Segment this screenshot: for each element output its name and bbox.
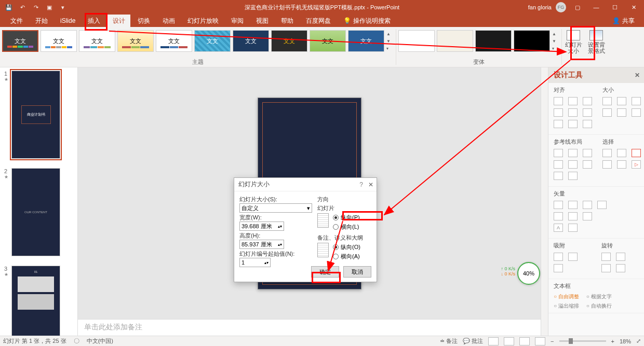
select-icon[interactable] xyxy=(617,149,626,157)
taskpane-close-icon[interactable]: ✕ xyxy=(635,72,640,79)
tab-view[interactable]: 视图 xyxy=(251,15,274,27)
tab-help[interactable]: 帮助 xyxy=(276,15,299,27)
theme-thumb[interactable]: 文文 xyxy=(2,30,38,52)
variant-gallery[interactable]: ▲▼▾ xyxy=(396,27,561,53)
qat-more-icon[interactable]: ▾ xyxy=(57,2,69,13)
variant-thumb[interactable] xyxy=(514,30,550,52)
undo-icon[interactable]: ↶ xyxy=(17,2,28,13)
width-input[interactable]: 39.688 厘米▴▾ xyxy=(239,222,284,231)
size-icon[interactable] xyxy=(632,97,641,105)
radio-notes-portrait[interactable]: 纵向(O) xyxy=(333,243,371,251)
share-button[interactable]: 👤 共享 xyxy=(612,17,644,25)
tab-animations[interactable]: 动画 xyxy=(157,15,180,27)
user-name[interactable]: fan gloria xyxy=(528,4,552,10)
select-icon[interactable] xyxy=(602,149,612,157)
select-icon[interactable] xyxy=(632,149,641,157)
zoom-out-icon[interactable]: − xyxy=(551,338,554,344)
size-icon[interactable] xyxy=(632,108,641,117)
height-input[interactable]: 85.937 厘米▴▾ xyxy=(239,240,284,249)
spellcheck-icon[interactable]: 〇 xyxy=(74,337,79,345)
radio-overflow[interactable]: ○ 溢出缩排 xyxy=(554,302,579,310)
slideshow-icon[interactable]: ▣ xyxy=(44,2,55,13)
comments-toggle[interactable]: 💬 批注 xyxy=(463,337,483,345)
radio-portrait[interactable]: 纵向(P) xyxy=(333,214,371,222)
align-bottom-icon[interactable] xyxy=(583,108,592,117)
slide-thumb-1[interactable]: 商业计划书 xyxy=(11,71,60,159)
align-icon[interactable] xyxy=(583,120,592,128)
start-number-input[interactable]: 1▴▾ xyxy=(239,258,271,267)
radio-by-text[interactable]: ○ 根据文字 xyxy=(586,293,612,300)
select-icon[interactable]: ▷ xyxy=(632,160,641,169)
redo-icon[interactable]: ↷ xyxy=(30,2,42,13)
guide-icon[interactable] xyxy=(554,160,563,169)
reading-view-icon[interactable] xyxy=(519,337,530,345)
zoom-in-icon[interactable]: + xyxy=(611,338,614,344)
zoom-slider[interactable] xyxy=(559,340,606,342)
vector-icon[interactable] xyxy=(554,201,563,209)
slide-size-select[interactable]: 自定义▾ xyxy=(239,203,312,213)
distribute-h-icon[interactable] xyxy=(554,120,563,128)
distribute-v-icon[interactable] xyxy=(568,120,578,128)
radio-auto-wrap[interactable]: ○ 自动换行 xyxy=(586,302,612,310)
guide-icon[interactable] xyxy=(583,149,592,157)
snap-icon[interactable] xyxy=(554,264,563,272)
select-icon[interactable] xyxy=(617,160,626,169)
size-icon[interactable] xyxy=(617,108,626,117)
guide-icon[interactable] xyxy=(554,149,563,157)
tab-review[interactable]: 审阅 xyxy=(226,15,249,27)
tab-home[interactable]: 开始 xyxy=(30,15,53,27)
fit-to-window-icon[interactable]: ⤢ xyxy=(636,338,641,344)
align-top-icon[interactable] xyxy=(554,108,563,117)
tab-tell[interactable]: 💡 操作说明搜索 xyxy=(338,15,395,27)
radio-auto-adjust[interactable]: ○ 自由调整 xyxy=(554,293,579,300)
vector-icon[interactable] xyxy=(568,224,578,232)
snap-icon[interactable] xyxy=(568,253,578,261)
align-left-icon[interactable] xyxy=(554,97,563,105)
notes-pane[interactable]: 单击此处添加备注 xyxy=(78,319,541,336)
vertical-scrollbar[interactable] xyxy=(541,67,548,336)
vector-icon[interactable] xyxy=(583,201,592,209)
guide-icon[interactable] xyxy=(554,172,563,180)
sorter-view-icon[interactable] xyxy=(504,337,514,345)
dialog-close-icon[interactable]: ✕ xyxy=(368,181,373,188)
radio-landscape[interactable]: 横向(L) xyxy=(333,223,371,231)
tab-islide[interactable]: iSlide xyxy=(55,15,81,26)
minimize-icon[interactable]: — xyxy=(589,1,603,13)
align-center-icon[interactable] xyxy=(568,97,578,105)
tab-transitions[interactable]: 切换 xyxy=(132,15,155,27)
theme-thumb[interactable]: 文文 xyxy=(156,30,192,52)
normal-view-icon[interactable] xyxy=(488,337,499,345)
dialog-help-icon[interactable]: ? xyxy=(359,181,363,188)
size-icon[interactable] xyxy=(602,108,612,117)
user-avatar[interactable]: FG xyxy=(556,2,566,12)
theme-thumb[interactable]: 文文 xyxy=(271,30,307,52)
align-middle-icon[interactable] xyxy=(568,108,578,117)
slide-size-button[interactable]: 幻灯片 大小 xyxy=(562,27,585,57)
slideshow-view-icon[interactable] xyxy=(535,337,545,345)
rotate-icon[interactable] xyxy=(601,264,611,272)
select-icon[interactable] xyxy=(602,160,612,169)
size-icon[interactable] xyxy=(617,97,626,105)
cancel-button[interactable]: 取消 xyxy=(343,266,371,278)
guide-icon[interactable] xyxy=(568,160,578,169)
theme-thumb[interactable]: 文文 xyxy=(194,30,231,52)
slide-thumb-2[interactable]: OUR CONTENT xyxy=(11,168,60,256)
size-icon[interactable] xyxy=(602,97,612,105)
close-icon[interactable]: ✕ xyxy=(626,1,641,13)
variant-thumb[interactable] xyxy=(475,30,512,52)
variant-thumb[interactable] xyxy=(437,30,473,52)
slide-thumb-3[interactable]: 01 xyxy=(11,266,60,336)
save-icon[interactable]: 💾 xyxy=(3,2,15,13)
guide-icon[interactable] xyxy=(583,160,592,169)
slide-counter[interactable]: 幻灯片 第 1 张，共 25 张 xyxy=(3,337,66,345)
rotate-icon[interactable] xyxy=(616,253,625,261)
radio-notes-landscape[interactable]: 横向(A) xyxy=(333,253,371,260)
ok-button[interactable]: 确定 xyxy=(311,266,339,278)
vector-icon[interactable] xyxy=(568,212,578,220)
tab-design[interactable]: 设计 xyxy=(108,15,130,27)
tab-file[interactable]: 文件 xyxy=(5,15,28,27)
theme-thumb[interactable]: 文文 xyxy=(348,30,384,52)
vector-icon[interactable] xyxy=(583,212,592,220)
variant-thumb[interactable] xyxy=(398,30,435,52)
theme-gallery[interactable]: 文文 文文 文文 文文 文文 文文 文文 文文 文文 文文 ▲▼▾ xyxy=(0,27,396,53)
